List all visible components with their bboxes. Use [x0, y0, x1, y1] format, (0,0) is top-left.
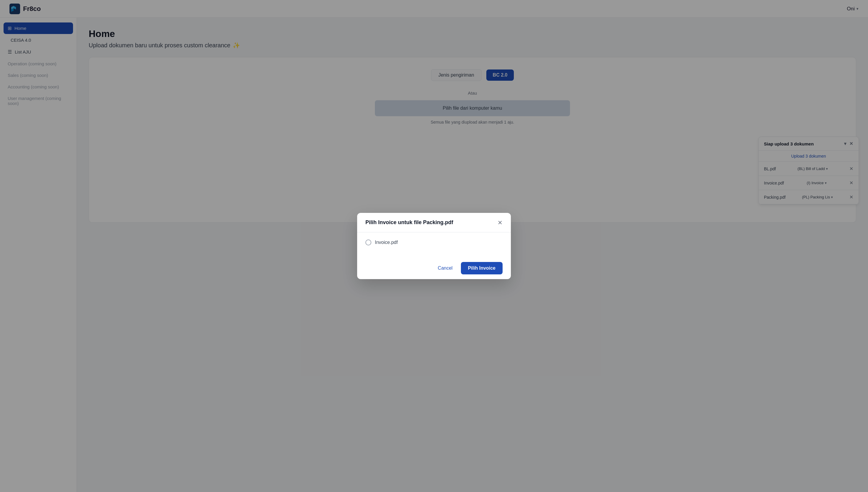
radio-circle-invoice[interactable]: [366, 240, 371, 245]
modal-overlay[interactable]: Pilih Invoice untuk file Packing.pdf ✕ I…: [0, 0, 868, 492]
modal-header: Pilih Invoice untuk file Packing.pdf ✕: [357, 213, 511, 232]
cancel-button[interactable]: Cancel: [433, 263, 457, 274]
modal-close-button[interactable]: ✕: [498, 220, 503, 226]
modal-title: Pilih Invoice untuk file Packing.pdf: [366, 219, 453, 226]
modal-footer: Cancel Pilih Invoice: [357, 257, 511, 279]
pilih-invoice-button[interactable]: Pilih Invoice: [461, 262, 503, 274]
radio-option-invoice[interactable]: Invoice.pdf: [366, 240, 503, 245]
radio-label-invoice: Invoice.pdf: [375, 240, 398, 245]
modal-body: Invoice.pdf: [357, 232, 511, 257]
modal: Pilih Invoice untuk file Packing.pdf ✕ I…: [357, 213, 511, 279]
